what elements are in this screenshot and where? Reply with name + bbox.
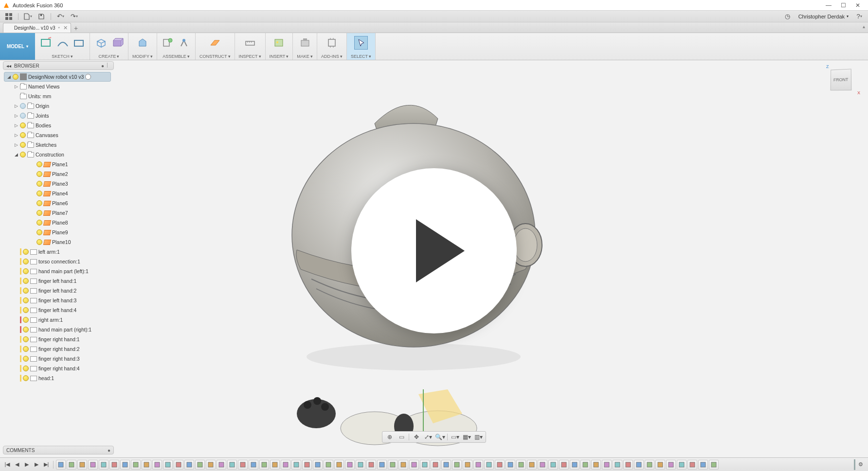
browser-item[interactable]: Units: mm [14,91,130,101]
visibility-bulb-icon[interactable] [23,346,29,352]
browser-item[interactable]: finger right hand:3 [14,354,130,364]
line-icon[interactable] [55,36,69,50]
visibility-bulb-icon[interactable] [20,152,26,157]
timeline-feature[interactable] [709,460,719,470]
help-button[interactable]: ?▾ [853,12,865,21]
browser-item[interactable]: hand main part (left):1 [14,266,130,276]
ribbon-label[interactable]: MODIFY ▾ [132,54,153,59]
browser-item[interactable]: finger left hand:1 [14,276,130,286]
timeline-feature[interactable] [302,460,312,470]
workspace-switcher[interactable]: MODEL ▾ [0,33,35,60]
timeline-feature[interactable] [570,460,579,470]
viewport-layout-icon[interactable]: ▥▾ [473,432,484,442]
timeline-feature[interactable] [120,460,130,470]
expand-icon[interactable]: ▷ [14,133,18,138]
timeline-feature[interactable] [463,460,472,470]
timeline-feature[interactable] [206,460,216,470]
browser-item[interactable]: finger left hand:3 [14,296,130,305]
visibility-bulb-icon[interactable] [23,288,29,294]
timeline-feature[interactable] [580,460,590,470]
timeline-feature[interactable] [356,460,365,470]
timeline-feature[interactable] [666,460,676,470]
new-document-button[interactable]: + [71,24,81,33]
timeline-feature[interactable] [152,460,162,470]
browser-item[interactable]: torso connection:1 [14,257,130,266]
timeline-feature[interactable] [623,460,633,470]
zoom-icon[interactable]: ⤢▾ [423,432,434,442]
timeline-feature[interactable] [409,460,419,470]
ribbon-label[interactable]: SELECT ▾ [351,54,371,59]
browser-item[interactable]: right arm:1 [14,315,130,325]
document-tab-close-button[interactable]: ✕ [63,25,68,31]
visibility-bulb-icon[interactable] [36,200,42,206]
rectangle-icon[interactable] [72,36,86,50]
browser-item[interactable]: Plane7 [30,208,130,218]
browser-item[interactable]: Plane9 [30,227,130,237]
timeline-feature[interactable] [217,460,226,470]
visibility-bulb-icon[interactable] [20,142,26,148]
make-3dprint-icon[interactable] [298,36,312,50]
visibility-bulb-icon[interactable] [23,278,29,284]
extrude-icon[interactable] [110,36,124,50]
timeline-feature[interactable] [398,460,408,470]
visibility-bulb-icon[interactable] [36,171,42,177]
insert-derive-icon[interactable] [272,36,286,50]
expand-icon[interactable]: ▷ [14,123,18,128]
browser-item[interactable]: ▷Sketches [14,140,130,150]
timeline-feature[interactable] [516,460,526,470]
window-close-button[interactable]: ✕ [850,1,865,10]
visibility-bulb-icon[interactable] [36,181,42,187]
ribbon-label[interactable]: SKETCH ▾ [52,54,73,59]
browser-item[interactable]: Plane2 [30,169,130,179]
timeline-feature[interactable] [195,460,205,470]
timeline-feature[interactable] [184,460,194,470]
visibility-bulb-icon[interactable] [23,297,29,303]
measure-icon[interactable] [243,36,257,50]
timeline-feature[interactable] [88,460,98,470]
collapse-ribbon-button[interactable]: ▴ [863,24,865,29]
construct-plane-icon[interactable] [208,36,222,50]
viewcube-face[interactable]: FRONT [831,69,852,90]
display-settings-icon[interactable]: ▭▾ [450,432,460,442]
timeline-feature[interactable] [131,460,141,470]
timeline-feature[interactable] [388,460,398,470]
timeline-start-button[interactable]: |◀ [3,460,12,470]
browser-item[interactable]: ▷Bodies [14,121,130,130]
timeline-feature[interactable] [484,460,494,470]
timeline-feature[interactable] [687,460,697,470]
timeline-step-back-button[interactable]: ◀ [13,460,21,470]
timeline-feature[interactable] [495,460,505,470]
timeline-play-button[interactable]: ▶ [22,460,31,470]
timeline-feature[interactable] [334,460,344,470]
document-tab[interactable]: DesignNo... v10 v3 * ✕ [3,23,71,33]
select-icon[interactable] [354,36,368,50]
browser-item[interactable]: ▷Origin [14,101,130,111]
browser-item[interactable]: Plane10 [30,237,130,247]
visibility-bulb-icon[interactable] [23,307,29,313]
ribbon-label[interactable]: CONSTRUCT ▾ [199,54,231,59]
visibility-bulb-icon[interactable] [23,336,29,342]
browser-item[interactable]: Plane1 [30,159,130,169]
browser-item[interactable]: finger right hand:1 [14,334,130,344]
timeline-feature[interactable] [281,460,290,470]
timeline-step-fwd-button[interactable]: ▶ [32,460,41,470]
comments-pin-icon[interactable]: ● [108,448,110,453]
browser-item[interactable]: Plane4 [30,189,130,198]
timeline-feature[interactable] [506,460,515,470]
visibility-bulb-icon[interactable] [23,375,29,381]
addins-icon[interactable] [325,36,339,50]
timeline-feature[interactable] [238,460,248,470]
timeline-feature[interactable] [452,460,462,470]
timeline-feature[interactable] [698,460,708,470]
browser-item[interactable]: ▷Named Views [14,82,130,91]
box-icon[interactable] [94,36,108,50]
pan-icon[interactable]: ✥ [411,432,422,442]
timeline-settings-button[interactable]: ⚙ [856,460,865,470]
timeline-feature[interactable] [431,460,440,470]
browser-pin-icon[interactable]: ● [101,63,110,69]
user-menu[interactable]: Christopher Derdak ▾ [798,14,849,19]
timeline-feature[interactable] [420,460,430,470]
browser-item[interactable]: hand main part (right):1 [14,325,130,334]
look-at-icon[interactable]: ▭ [396,432,407,442]
window-maximize-button[interactable]: ☐ [836,1,850,10]
